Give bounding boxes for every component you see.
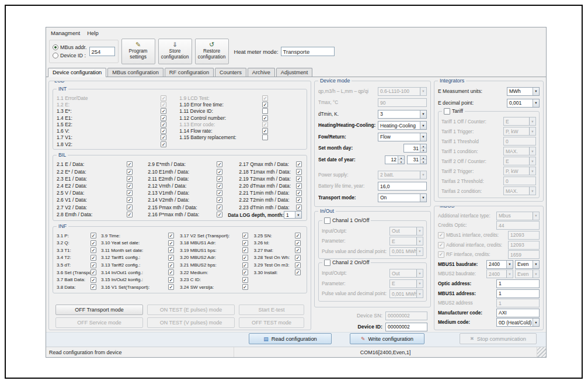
radio-mbus-addr[interactable]: MBus addr. [53, 43, 87, 51]
checkbox[interactable]: ✓ [127, 176, 133, 182]
spin-up-icon[interactable]: ▴ [420, 144, 426, 148]
tab[interactable]: Counters [215, 68, 246, 77]
dropdown[interactable]: Flow▾ [378, 133, 427, 141]
read-configuration-button[interactable]: ▤ Read configuration [249, 333, 332, 344]
checkbox[interactable]: ✓ [242, 233, 248, 238]
checkbox[interactable]: ✓ [127, 169, 133, 175]
dropdown[interactable]: Even▾ [515, 260, 540, 269]
tab[interactable]: Device configuration [48, 68, 106, 77]
lcd-mode-button[interactable]: ON TEST (V pulses) mode [147, 317, 235, 328]
menu-item[interactable]: Managment [48, 29, 83, 37]
checkbox[interactable]: ✓ [242, 277, 248, 283]
spinner[interactable]: 12▴▾ [385, 155, 405, 164]
dropdown[interactable]: 3▾ [378, 110, 427, 119]
menu-item[interactable]: Help [84, 29, 102, 37]
text-field[interactable]: 1 [496, 299, 540, 307]
tab[interactable]: RF configuration [165, 68, 214, 77]
checkbox[interactable]: ✓ [242, 262, 248, 268]
checkbox[interactable]: ✓ [168, 233, 174, 238]
dropdown[interactable]: MWh▾ [507, 87, 540, 96]
checkbox[interactable]: ✓ [296, 190, 302, 196]
checkbox[interactable]: ✓ [91, 277, 96, 283]
checkbox[interactable]: ✓ [217, 212, 222, 217]
text-field[interactable]: 00000002 [385, 312, 427, 320]
stop-communication-button[interactable]: ✖ Stop communication [460, 333, 537, 344]
dropdown[interactable]: Out▾ [389, 227, 423, 236]
checkbox[interactable]: ✓ [242, 255, 248, 261]
checkbox[interactable]: ✓ [168, 247, 174, 253]
checkbox[interactable]: ✓ [438, 232, 444, 238]
checkbox[interactable]: ✓ [296, 205, 302, 210]
dropdown[interactable]: 0D (Heat/Cold)▾ [496, 318, 540, 327]
text-field[interactable]: 44 [496, 221, 540, 230]
checkbox[interactable]: ✓ [295, 247, 301, 253]
dropdown[interactable]: E▾ [389, 237, 423, 245]
checkbox[interactable]: ✓ [217, 161, 222, 167]
text-field[interactable]: 12093 [508, 241, 540, 250]
lcd-mode-button[interactable]: ON TEST (E pulses) mode [147, 305, 235, 315]
checkbox[interactable]: ✓ [127, 183, 133, 189]
checkbox[interactable]: ✓ [262, 115, 268, 121]
checkbox[interactable]: ✓ [438, 242, 444, 248]
checkbox[interactable]: ✓ [295, 233, 301, 238]
checkbox[interactable]: ✓ [161, 128, 166, 134]
checkbox[interactable]: ✓ [217, 190, 222, 196]
checkbox[interactable]: ✓ [262, 95, 268, 101]
checkbox[interactable]: ✓ [438, 251, 444, 258]
dropdown[interactable]: MAX.▾ [503, 147, 536, 155]
checkbox[interactable]: ✓ [217, 205, 222, 210]
checkbox[interactable]: ✓ [91, 233, 96, 238]
checkbox[interactable]: ✓ [91, 247, 96, 253]
dropdown[interactable]: On▾ [378, 193, 427, 202]
text-field[interactable]: 12093 [508, 231, 540, 240]
checkbox[interactable]: ✓ [161, 141, 166, 147]
checkbox[interactable]: ✓ [295, 240, 301, 246]
spinner-buttons[interactable]: ▴▾ [398, 156, 404, 164]
checkbox[interactable] [262, 134, 268, 140]
channel1-checkbox[interactable] [324, 217, 330, 224]
checkbox[interactable]: ✓ [242, 247, 248, 253]
checkbox[interactable]: ✓ [242, 240, 248, 246]
checkbox[interactable]: ✓ [91, 255, 96, 261]
checkbox[interactable]: ✓ [296, 197, 302, 203]
dropdown[interactable]: E▾ [389, 279, 423, 288]
checkbox[interactable]: ✓ [262, 102, 268, 108]
radio-device-id[interactable]: Device ID : [53, 51, 87, 60]
checkbox[interactable]: ✓ [91, 262, 96, 268]
checkbox[interactable]: ✓ [262, 128, 268, 134]
dropdown[interactable]: 0,001 MWh▾ [389, 289, 423, 298]
text-field[interactable]: 90 [378, 98, 427, 107]
checkbox[interactable]: ✓ [161, 134, 166, 140]
text-field[interactable]: 1659 [508, 250, 540, 259]
spin-down-icon[interactable]: ▾ [420, 148, 426, 152]
checkbox[interactable]: ✓ [161, 95, 166, 101]
spin-up-icon[interactable]: ▴ [398, 156, 404, 160]
checkbox[interactable]: ✓ [127, 197, 133, 203]
dropdown[interactable]: P, kW▾ [503, 127, 536, 136]
checkbox[interactable]: ✓ [91, 284, 96, 290]
checkbox[interactable]: ✓ [161, 102, 166, 108]
spin-down-icon[interactable]: ▾ [420, 160, 426, 164]
checkbox[interactable]: ✓ [217, 183, 222, 189]
tab[interactable]: MBus configuration [107, 68, 163, 77]
text-field[interactable]: 1 [496, 289, 540, 298]
checkbox[interactable]: ✓ [168, 240, 174, 246]
checkbox[interactable]: ✓ [217, 169, 222, 175]
checkbox[interactable]: ✓ [242, 284, 248, 290]
dropdown[interactable]: Heating-Cooling▾ [378, 121, 427, 130]
text-field[interactable]: 00000002 [385, 323, 427, 331]
checkbox[interactable]: ✓ [127, 205, 133, 210]
datalog-depth-dropdown[interactable]: 1▾ [284, 211, 302, 219]
dropdown[interactable]: Even▾ [515, 269, 540, 278]
text-field[interactable]: 0 [503, 177, 536, 185]
tab[interactable]: Archive [248, 68, 275, 77]
text-field[interactable]: 0 [503, 137, 536, 146]
checkbox[interactable]: ✓ [168, 269, 174, 275]
lcd-mode-button[interactable]: OFF Transport mode [55, 305, 143, 315]
checkbox[interactable]: ✓ [295, 269, 301, 275]
lcd-mode-button[interactable]: OFF TEST mode [239, 317, 304, 328]
checkbox[interactable]: ✓ [296, 161, 302, 167]
checkbox[interactable]: ✓ [168, 262, 174, 268]
tariff-checkbox[interactable] [444, 108, 450, 115]
dropdown[interactable]: 0,001▾ [507, 99, 540, 108]
